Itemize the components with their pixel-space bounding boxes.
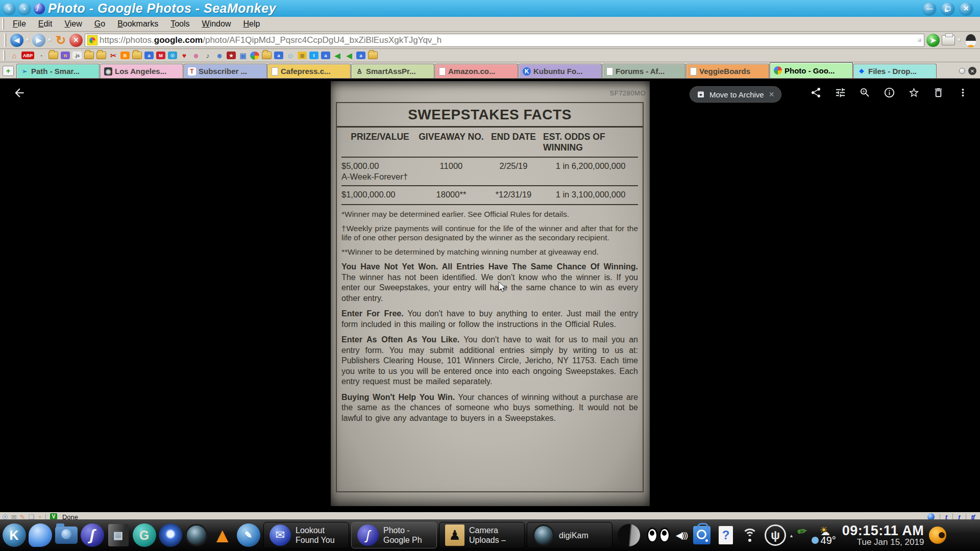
toolbar-grippy[interactable] [4,33,6,46]
close-tab-button[interactable]: ✕ [968,67,976,75]
vlc-icon[interactable]: ▲ [209,520,235,550]
dot-icon[interactable]: ● [37,51,46,60]
amazon-icon[interactable]: a [356,52,365,59]
back-arrow-icon[interactable] [11,85,28,101]
print-button[interactable] [942,35,955,45]
dismiss-archive-icon[interactable]: ✕ [769,90,775,98]
xeyes-icon[interactable] [647,528,670,543]
star-icon[interactable] [908,87,920,98]
task-camera-uploads[interactable]: ♟ CameraUploads – [439,522,525,548]
tab-files-dropbox[interactable]: ❖ Files - Drop... [853,64,937,78]
scissors-icon[interactable]: ✂ [109,51,118,60]
seamonkey-icon[interactable]: ʃ [79,520,105,550]
pen-icon[interactable]: ✎ [794,524,811,539]
folder-icon[interactable] [262,52,272,59]
toolbar-grippy[interactable] [3,51,5,61]
clock-widget[interactable]: 09:15:11 AM Tue Jan 15, 2019 [842,523,924,547]
task-digikam[interactable]: digiKam [527,522,612,548]
info-icon[interactable] [884,87,895,98]
stop-button[interactable]: ✕ [69,34,83,47]
folder-icon[interactable] [84,52,94,59]
reload-button[interactable]: ↻ [54,34,67,47]
menu-item[interactable]: Edit [33,18,58,30]
mail-icon[interactable]: M [156,52,165,59]
menu-item[interactable]: Tools [165,18,195,30]
tab-subscriber[interactable]: T Subscriber ... [184,64,267,78]
tune-icon[interactable] [835,87,846,98]
star-badge-icon[interactable]: ★ [227,52,236,59]
folder-icon[interactable] [368,52,378,59]
tab-amazon[interactable]: Amazon.co... [435,64,518,78]
menu-item[interactable]: Go [89,18,111,30]
tab-list-dropdown[interactable] [959,68,965,74]
file-manager-icon[interactable] [53,520,79,550]
more-vert-icon[interactable] [957,87,969,98]
menu-item[interactable]: Window [197,18,237,30]
plasma-cashew-icon[interactable] [929,527,946,544]
moon-phase-icon[interactable] [618,524,640,546]
tab-photo-google[interactable]: Photo - Goo... [770,62,853,78]
chart-icon[interactable]: ▥ [298,52,307,59]
eye-icon[interactable] [157,520,183,550]
back-history-dropdown[interactable] [26,38,30,42]
print-dropdown[interactable] [958,38,961,42]
tab-los-angeles[interactable]: ◉ Los Angeles... [100,64,183,78]
js-icon[interactable]: .js [72,52,82,59]
tab-veggieboards[interactable]: VeggieBoards [686,64,769,78]
twitter-icon[interactable]: t [309,52,318,59]
music-icon[interactable]: ♪ [203,51,212,60]
folder-icon[interactable] [96,52,106,59]
tab-cafepress[interactable]: Cafepress.c... [267,64,351,78]
folder-icon[interactable] [132,52,142,59]
tux-icon[interactable] [966,34,976,46]
weather-widget[interactable]: ☀☁ 49° [812,526,836,544]
photo-icon[interactable]: ▣ [238,51,248,60]
help-icon[interactable]: ? [719,526,733,544]
forward-history-dropdown[interactable] [48,38,52,42]
tab-forums[interactable]: Forums - Af... [602,64,685,78]
zoom-in-icon[interactable] [859,87,871,98]
back-arrow-icon[interactable]: ◀ [333,51,342,60]
maximize-button[interactable] [941,3,954,15]
tab-kubuntu[interactable]: K Kubuntu Fo... [519,64,602,78]
amazon-icon[interactable]: a [321,52,330,59]
att-globe-icon[interactable]: ☉ [168,52,177,59]
home-icon[interactable]: ⌂ [10,51,19,60]
task-lookout[interactable]: ✉ LookoutFound You [263,522,349,548]
trash-icon[interactable] [933,87,944,98]
folder-icon[interactable] [48,52,58,59]
back-arrow-icon[interactable]: ◀ [345,51,354,60]
heart-icon[interactable]: ♥ [180,51,189,60]
computer-icon[interactable]: ▤ [105,520,131,550]
toolbar-grippy[interactable] [2,18,4,30]
face-icon[interactable]: ☻ [191,51,201,60]
window-pin-icon[interactable]: ▪ [18,3,31,14]
task-photo-google[interactable]: ʃ Photo -Google Ph [351,522,437,548]
menu-item[interactable]: View [59,18,87,30]
blogger-icon[interactable]: B [120,52,130,59]
amazon-icon[interactable]: a [274,52,283,59]
camera-lens-icon[interactable] [183,520,209,550]
people-icon[interactable]: ☻ [215,51,224,60]
search-bag-icon[interactable] [693,526,710,544]
new-tab-button[interactable]: + [3,66,14,76]
chat-icon[interactable]: ☺ [286,51,295,60]
forward-button[interactable]: ▶ [32,34,45,47]
menu-item[interactable]: Help [237,18,265,30]
volume-icon[interactable]: ◀))) [676,530,687,541]
kde-menu-icon[interactable]: K [1,520,27,550]
tray-expander-icon[interactable]: ▴ [790,533,793,538]
tab-path[interactable]: ➢ Path - Smar... [16,64,100,78]
url-field[interactable]: https://photos.google.com/photo/AF1QipMd… [85,34,924,47]
gphotos-icon[interactable] [250,52,259,60]
wifi-icon[interactable] [742,529,757,542]
minimize-button[interactable]: — [923,3,936,15]
menu-item[interactable]: Bookmarks [112,18,164,30]
tab-smartass[interactable]: ♙ SmartAssPr... [351,64,434,78]
url-text[interactable]: https://photos.google.com/photo/AF1QipMd… [100,35,916,45]
pi-icon[interactable]: π [61,52,70,59]
kubuntu-mascot-icon[interactable] [27,520,53,550]
close-button[interactable]: ✕ [960,3,973,15]
amazon-icon[interactable]: a [144,52,154,59]
draw-ball-icon[interactable]: ✎ [235,520,261,550]
